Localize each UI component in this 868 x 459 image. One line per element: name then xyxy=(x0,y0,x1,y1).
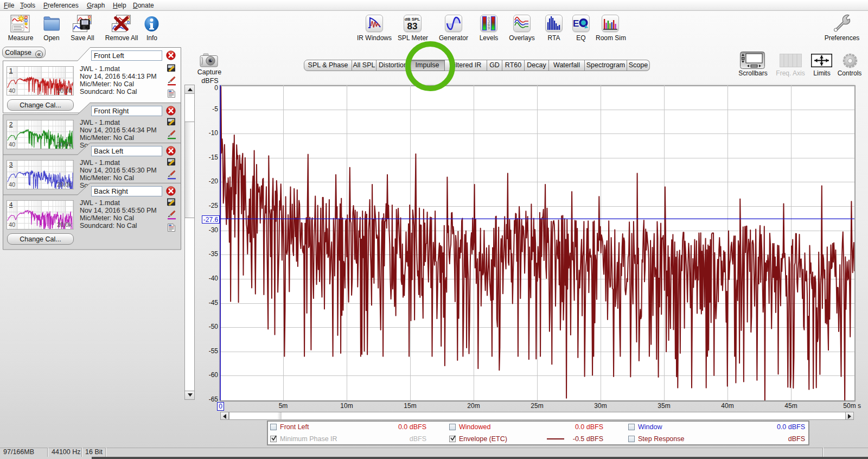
svg-text:83: 83 xyxy=(407,21,418,31)
svg-text:E: E xyxy=(573,18,579,29)
svg-text:9: 9 xyxy=(488,26,490,30)
